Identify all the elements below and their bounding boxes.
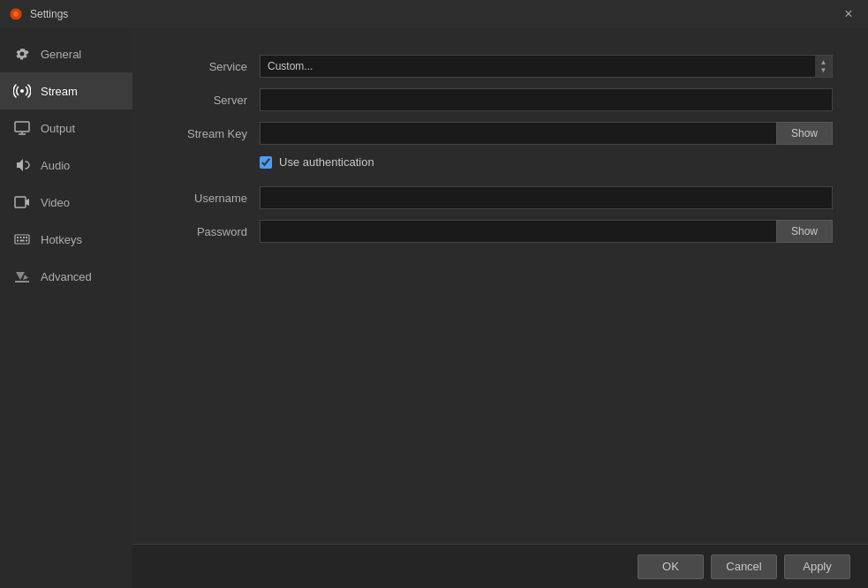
stream-key-input-group: Show [260,122,833,145]
svg-rect-8 [15,235,29,244]
username-input[interactable] [260,186,833,209]
sidebar-hotkeys-label: Hotkeys [41,233,82,246]
service-row: Service Custom... ▲ ▼ [168,55,833,78]
sidebar-video-label: Video [41,196,70,209]
form-area: Service Custom... ▲ ▼ Server Stre [132,28,868,544]
password-row: Password Show [168,220,833,243]
svg-rect-11 [23,237,25,238]
video-icon [12,192,32,212]
use-auth-row: Use authentication [260,155,833,169]
server-label: Server [168,94,247,107]
svg-rect-6 [15,197,26,207]
stream-icon [12,81,32,101]
apply-button[interactable]: Apply [784,554,850,579]
sidebar-audio-label: Audio [41,159,70,172]
svg-rect-14 [20,240,25,242]
use-auth-checkbox[interactable] [260,156,272,169]
svg-rect-12 [26,237,27,238]
sidebar-advanced-label: Advanced [41,270,92,283]
output-icon [12,118,32,138]
sidebar-item-stream[interactable]: Stream [0,72,132,109]
password-label: Password [168,225,247,238]
server-input[interactable] [260,88,833,111]
password-input[interactable] [260,220,776,243]
svg-point-2 [20,89,24,93]
service-select[interactable]: Custom... [260,55,833,78]
window-title: Settings [30,8,68,20]
svg-point-1 [13,11,19,17]
ok-button[interactable]: OK [638,554,704,579]
hotkeys-icon [12,230,32,249]
sidebar-item-video[interactable]: Video [0,184,132,221]
bottom-bar: OK Cancel Apply [132,544,868,588]
service-label: Service [168,60,247,73]
sidebar-item-advanced[interactable]: Advanced [0,258,132,295]
stream-key-input[interactable] [260,122,776,145]
close-button[interactable]: × [836,2,861,26]
service-select-wrapper: Custom... ▲ ▼ [260,55,833,78]
audio-icon [12,155,32,175]
username-row: Username [168,186,833,209]
svg-rect-10 [20,237,22,238]
sidebar: General Stream [0,28,132,588]
main-layout: General Stream [0,28,868,588]
svg-rect-3 [15,122,29,132]
svg-rect-9 [17,237,19,238]
advanced-icon [12,267,32,286]
stream-key-show-button[interactable]: Show [776,122,833,145]
stream-key-label: Stream Key [168,127,247,140]
title-bar: Settings × [0,0,868,28]
username-label: Username [168,192,247,205]
use-auth-label[interactable]: Use authentication [279,155,374,169]
app-icon [9,7,23,21]
cancel-button[interactable]: Cancel [711,554,777,579]
svg-rect-13 [17,240,19,242]
sidebar-item-hotkeys[interactable]: Hotkeys [0,221,132,258]
svg-rect-15 [26,240,27,242]
stream-key-row: Stream Key Show [168,122,833,145]
sidebar-stream-label: Stream [41,85,78,98]
password-show-button[interactable]: Show [776,220,833,243]
gear-icon [12,44,32,64]
server-row: Server [168,88,833,111]
content-area: Service Custom... ▲ ▼ Server Stre [132,28,868,588]
sidebar-item-general[interactable]: General [0,35,132,72]
sidebar-general-label: General [41,48,81,61]
sidebar-item-audio[interactable]: Audio [0,147,132,184]
password-input-group: Show [260,220,833,243]
sidebar-output-label: Output [41,122,75,135]
sidebar-item-output[interactable]: Output [0,109,132,147]
